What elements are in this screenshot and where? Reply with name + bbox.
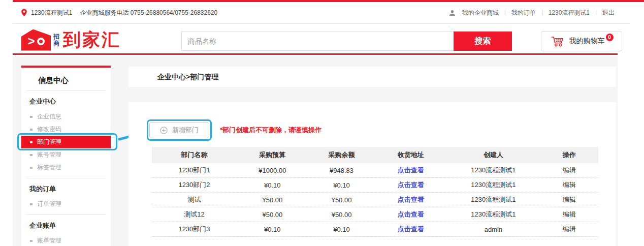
add-department-label: 新增部门 <box>172 126 199 135</box>
cell-dept-name: 测试12 <box>152 210 237 219</box>
sidebar-section-my-orders: 我的订单 <box>21 178 111 198</box>
sidebar-item-department-mgmt[interactable]: 部门管理 <box>21 136 111 148</box>
page: 1230流程测试1 企业商城服务电话 0755-26880564/0755-26… <box>0 0 644 246</box>
sidebar-item-label: 标签管理 <box>37 161 61 174</box>
topbar-link-orders[interactable]: 我的订单 <box>511 9 536 17</box>
edit-link[interactable]: 编辑 <box>540 166 598 175</box>
header-address: 收货地址 <box>375 150 446 160</box>
header-action: 操作 <box>540 150 598 160</box>
sidebar: 信息中心 企业中心 企业信息 修改密码 部门管理 账号管理 标签管理 我的订单 … <box>21 66 111 246</box>
toolbar-row: 新增部门 *部门创建后不可删除，请谨慎操作 <box>147 119 616 141</box>
location-pin-icon <box>21 9 27 17</box>
cell-creator: 1230流程测试1 <box>446 180 540 190</box>
view-address-link[interactable]: 点击查看 <box>375 210 446 219</box>
cell-creator: 1230流程测试1 <box>446 195 540 204</box>
cell-balance: ¥50.00 <box>308 211 375 219</box>
service-phone: 企业商城服务电话 0755-26880564/0755-26832620 <box>80 9 217 17</box>
sidebar-item-account-mgmt[interactable]: 账号管理 <box>21 148 111 161</box>
sidebar-item-label: 部门管理 <box>37 136 61 148</box>
view-address-link[interactable]: 点击查看 <box>375 225 446 234</box>
bullet-icon <box>30 240 33 242</box>
cell-balance: ¥50.00 <box>308 196 375 204</box>
divider <box>505 10 505 16</box>
cell-dept-name: 1230部门2 <box>152 180 237 190</box>
cart-label: 我的购物车 <box>569 37 605 46</box>
bullet-icon <box>30 154 33 156</box>
bullet-icon <box>30 141 33 143</box>
topbar-link-logout[interactable]: 退出 <box>602 9 615 17</box>
cell-dept-name: 1230部门3 <box>152 225 237 234</box>
edit-link[interactable]: 编辑 <box>540 195 598 204</box>
topbar-link-mall[interactable]: 我的企业商城 <box>462 9 499 17</box>
user-icon <box>448 9 456 17</box>
cell-creator: 1230流程测试1 <box>446 210 540 219</box>
table-header-row: 部门名称 采购预算 采购余额 收货地址 创建人 操作 <box>152 147 598 163</box>
logo-mark: > <box>27 35 35 47</box>
cell-creator: 1230流程测试1 <box>446 166 540 175</box>
breadcrumb: 企业中心>部门管理 <box>128 67 616 87</box>
logo-circle-icon <box>37 38 45 45</box>
sidebar-item-label: 账号管理 <box>37 148 61 161</box>
cell-balance: ¥0.10 <box>308 181 375 189</box>
topbar-links: 我的企业商城 我的订单 1230流程测试1 退出 <box>448 9 615 17</box>
add-department-button[interactable]: 新增部门 <box>149 122 209 138</box>
store-name: 1230流程测试1 <box>31 9 72 17</box>
cell-dept-name: 测试 <box>152 195 237 204</box>
table-row: 1230部门2 ¥0.10 ¥0.10 点击查看 1230流程测试1 编辑 <box>152 178 598 193</box>
cart-button[interactable]: 222 我的购物车 0 <box>541 31 622 51</box>
topbar-store-info: 1230流程测试1 企业商城服务电话 0755-26880564/0755-26… <box>21 9 217 17</box>
bullet-icon <box>30 203 33 205</box>
edit-link[interactable]: 编辑 <box>540 180 598 190</box>
bullet-icon <box>30 129 33 131</box>
sidebar-item-order-mgmt[interactable]: 订单管理 <box>21 198 111 210</box>
cart-icon: 222 <box>550 35 565 47</box>
table-row: 测试12 ¥50.00 ¥50.00 点击查看 1230流程测试1 编辑 <box>152 207 598 222</box>
sidebar-section-bills: 企业账单 <box>21 215 111 234</box>
cell-budget: ¥50.00 <box>237 196 308 204</box>
search-input[interactable] <box>181 32 454 51</box>
cell-budget: ¥0.10 <box>237 226 308 233</box>
cart-count-badge: 0 <box>606 34 614 41</box>
bullet-icon <box>30 167 33 169</box>
bullet-icon <box>30 116 33 118</box>
logo-brand-name: 到家汇 <box>63 28 121 52</box>
header-budget: 采购预算 <box>237 150 308 160</box>
logo-sub-bottom: 商 <box>53 40 60 47</box>
header-balance: 采购余额 <box>308 150 375 160</box>
svg-text:222: 222 <box>556 39 561 42</box>
sidebar-item-bill-mgmt[interactable]: 账单管理 <box>21 234 111 246</box>
table-row: 测试 ¥50.00 ¥50.00 点击查看 1230流程测试1 编辑 <box>152 193 598 207</box>
sidebar-item-change-password[interactable]: 修改密码 <box>21 123 111 136</box>
site-logo[interactable]: > 招 商 到家汇 <box>21 28 121 52</box>
sidebar-item-label: 修改密码 <box>37 123 61 136</box>
search-button[interactable]: 搜索 <box>454 32 512 51</box>
cell-dept-name: 1230部门1 <box>152 166 237 175</box>
divider <box>596 10 596 16</box>
header-dept-name: 部门名称 <box>152 150 237 160</box>
edit-link[interactable]: 编辑 <box>540 210 598 219</box>
sidebar-section-enterprise: 企业中心 <box>21 91 111 110</box>
cell-balance: ¥948.83 <box>308 167 375 174</box>
sidebar-item-enterprise-info[interactable]: 企业信息 <box>21 110 111 123</box>
logo-house-icon: > <box>21 29 51 51</box>
cell-budget: ¥50.00 <box>237 211 308 219</box>
circle-plus-icon <box>160 127 168 134</box>
table-row: 1230部门1 ¥1000.00 ¥948.83 点击查看 1230流程测试1 … <box>152 163 598 178</box>
header: > 招 商 到家汇 搜索 222 我的购物车 0 <box>13 24 618 55</box>
divider <box>542 10 542 16</box>
sidebar-item-label-mgmt[interactable]: 标签管理 <box>21 161 111 174</box>
sidebar-item-label: 企业信息 <box>37 110 61 123</box>
topbar-link-account[interactable]: 1230流程测试1 <box>549 9 590 17</box>
logo-sub-top: 招 <box>53 34 60 40</box>
cell-creator: admin <box>446 226 540 233</box>
view-address-link[interactable]: 点击查看 <box>375 195 446 204</box>
table-row: 1230部门3 ¥0.10 ¥0.10 点击查看 admin 编辑 <box>152 222 598 237</box>
edit-link[interactable]: 编辑 <box>540 225 598 234</box>
sidebar-item-label: 订单管理 <box>37 198 61 210</box>
view-address-link[interactable]: 点击查看 <box>375 180 446 190</box>
header-creator: 创建人 <box>446 150 540 160</box>
annotation-highlight-box: 新增部门 <box>147 119 212 141</box>
view-address-link[interactable]: 点击查看 <box>375 166 446 175</box>
sidebar-item-label: 账单管理 <box>37 234 61 246</box>
main-panel: 新增部门 *部门创建后不可删除，请谨慎操作 部门名称 采购预算 采购余额 收货地… <box>128 102 616 246</box>
